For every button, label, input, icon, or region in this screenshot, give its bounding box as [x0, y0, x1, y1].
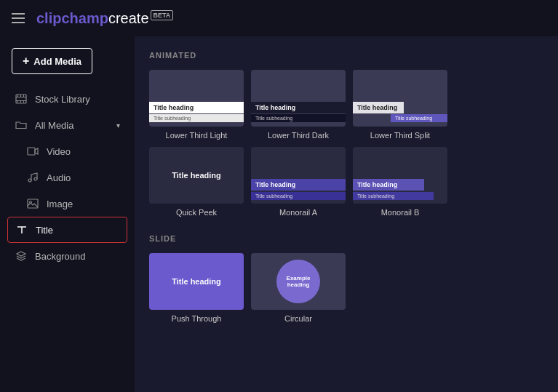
lt-dark-subtitle: Title subheading: [251, 114, 346, 122]
sidebar-item-all-media[interactable]: All Media ▾: [0, 112, 135, 138]
card-monorail-a[interactable]: Title heading Title subheading Monorail …: [251, 147, 346, 217]
label-lower-third-dark: Lower Third Dark: [268, 131, 329, 140]
lt-light-title: Title heading: [149, 102, 244, 113]
sidebar-item-image[interactable]: Image: [0, 191, 135, 217]
lt-light-subtitle: Title subheading: [149, 114, 244, 122]
label-lower-third-light: Lower Third Light: [166, 131, 228, 140]
label-monorail-a: Monorail A: [279, 208, 317, 217]
sidebar-item-background[interactable]: Background: [0, 243, 135, 269]
circular-title: Example heading: [276, 272, 320, 291]
lt-split-subtitle: Title subheading: [391, 114, 447, 122]
sidebar-item-audio[interactable]: Audio: [0, 164, 135, 191]
thumb-circular: Example heading: [251, 253, 346, 310]
video-icon: [26, 145, 39, 158]
sidebar-label-title: Title: [36, 225, 53, 236]
card-lower-third-split[interactable]: Title heading Title subheading Lower Thi…: [353, 70, 447, 140]
section-label-animated: ANIMATED: [149, 51, 543, 60]
logo-create: create: [108, 10, 149, 26]
svg-point-11: [34, 177, 37, 180]
thumb-monorail-a: Title heading Title subheading: [251, 147, 346, 204]
content-area: ANIMATED Title heading Title subheading …: [135, 36, 558, 392]
slide-cards-grid: Title heading Push Through Example headi…: [149, 253, 543, 323]
circular-circle: Example heading: [276, 260, 320, 303]
card-lower-third-dark[interactable]: Title heading Title subheading Lower Thi…: [251, 70, 346, 140]
plus-icon: +: [23, 55, 29, 68]
mono-b-subtitle: Title subheading: [353, 192, 434, 200]
thumb-monorail-b: Title heading Title subheading: [353, 147, 447, 204]
sidebar-label-video: Video: [47, 146, 71, 157]
sidebar-item-title[interactable]: Title: [7, 217, 127, 243]
main-layout: + Add Media Stock Library: [0, 36, 558, 392]
thumb-lower-third-dark: Title heading Title subheading: [251, 70, 346, 127]
text-icon: [15, 223, 28, 236]
film-icon: [15, 92, 28, 105]
logo-clipchamp: clipchamp: [36, 10, 108, 26]
thumb-lower-third-split: Title heading Title subheading: [353, 70, 447, 127]
card-lower-third-light[interactable]: Title heading Title subheading Lower Thi…: [149, 70, 244, 140]
label-lower-third-split: Lower Third Split: [370, 131, 430, 140]
svg-rect-6: [17, 100, 18, 103]
svg-rect-7: [20, 100, 21, 103]
hamburger-menu[interactable]: [12, 13, 25, 23]
label-monorail-b: Monorail B: [381, 208, 420, 217]
mono-a-subtitle: Title subheading: [251, 192, 346, 200]
folder-icon: [15, 119, 28, 132]
label-push-through: Push Through: [172, 314, 222, 323]
svg-rect-5: [23, 95, 24, 97]
svg-point-10: [28, 179, 31, 182]
sidebar-item-video[interactable]: Video: [0, 138, 135, 164]
section-label-slide: SLIDE: [149, 234, 543, 243]
card-push-through[interactable]: Title heading Push Through: [149, 253, 244, 323]
thumb-lower-third-light: Title heading Title subheading: [149, 70, 244, 127]
label-quick-peek: Quick Peek: [176, 208, 217, 217]
svg-rect-3: [17, 95, 18, 97]
animated-cards-grid: Title heading Title subheading Lower Thi…: [149, 70, 543, 217]
app-header: clipchampcreateBETA: [0, 0, 558, 36]
mono-a-title: Title heading: [251, 179, 346, 191]
beta-badge: BETA: [151, 10, 174, 20]
label-circular: Circular: [284, 314, 312, 323]
thumb-push-through: Title heading: [149, 253, 244, 310]
sidebar-label-audio: Audio: [47, 172, 71, 183]
card-circular[interactable]: Example heading Circular: [251, 253, 346, 323]
sidebar-label-background: Background: [35, 251, 85, 262]
add-media-label: Add Media: [33, 56, 81, 67]
lt-split-title: Title heading: [353, 102, 404, 113]
svg-rect-1: [16, 97, 26, 97]
sidebar-label-all-media: All Media: [35, 120, 73, 131]
sidebar: + Add Media Stock Library: [0, 36, 135, 392]
sidebar-label-image: Image: [47, 199, 73, 209]
svg-rect-4: [20, 95, 21, 97]
qp-title: Title heading: [172, 171, 221, 180]
layers-icon: [15, 249, 28, 263]
svg-rect-9: [28, 148, 35, 155]
sidebar-item-stock-library[interactable]: Stock Library: [0, 86, 135, 112]
thumb-quick-peek: Title heading: [149, 147, 244, 204]
app-logo: clipchampcreateBETA: [36, 10, 173, 27]
sidebar-label-stock-library: Stock Library: [35, 94, 90, 105]
card-monorail-b[interactable]: Title heading Title subheading Monorail …: [353, 147, 447, 217]
svg-rect-12: [28, 199, 38, 208]
mono-b-title: Title heading: [353, 179, 424, 191]
push-through-title: Title heading: [172, 277, 221, 286]
add-media-button[interactable]: + Add Media: [12, 48, 92, 74]
card-quick-peek[interactable]: Title heading Quick Peek: [149, 147, 244, 217]
image-icon: [26, 197, 39, 210]
lt-dark-title: Title heading: [251, 102, 346, 113]
music-icon: [26, 171, 39, 184]
svg-rect-8: [23, 100, 24, 103]
chevron-down-icon: ▾: [116, 121, 120, 129]
